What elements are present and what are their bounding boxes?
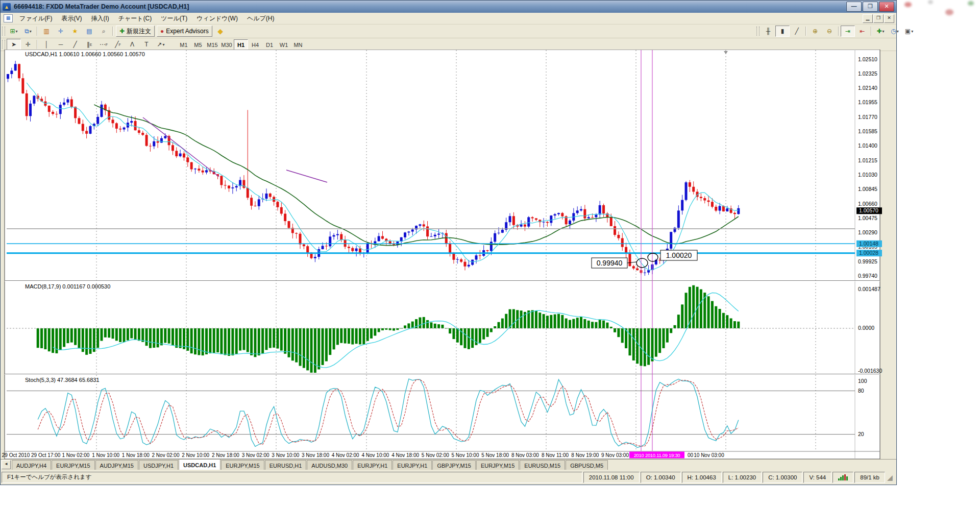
timeframe-d1[interactable]: D1	[262, 39, 277, 50]
symbol-tab-eurusd-h1[interactable]: EURUSD,H1	[265, 460, 307, 470]
timeframe-m5[interactable]: M5	[191, 39, 205, 50]
title-bar[interactable]: ▲ 66694418: FXDD MetaTrader Demo Account…	[1, 1, 896, 13]
market-watch-icon: ▥	[43, 28, 49, 34]
crosshair-tool-button[interactable]: ✛	[21, 39, 35, 50]
screenshot-artifact	[968, 1, 974, 6]
profiles-icon: ⧉	[24, 28, 29, 34]
time-axis-label: 4 Nov 02:00	[332, 452, 359, 458]
current-price-label: 1.00570	[859, 207, 878, 213]
market-watch-button[interactable]: ▥	[39, 26, 54, 37]
maximize-button[interactable]: ❐	[863, 2, 878, 12]
toolbar-handle[interactable]	[2, 27, 5, 36]
toolbar-handle[interactable]	[756, 27, 760, 36]
price-axis-label: 1.02140	[858, 85, 877, 91]
line-chart-mode-button[interactable]: ╱	[790, 26, 804, 37]
bar-chart-mode-button[interactable]: ╫	[761, 26, 775, 37]
child-close-button[interactable]: ✕	[884, 14, 894, 23]
periods-button[interactable]: ◷▾	[888, 26, 902, 37]
timeframe-m1[interactable]: M1	[177, 39, 191, 50]
zoom-in-button[interactable]: ⊕	[808, 26, 822, 37]
macd-label: MACD(8,17,9) 0.001167 0.000530	[25, 283, 110, 290]
symbol-tab-eurjpy-m15[interactable]: EURJPY,M15	[52, 460, 94, 470]
text-tool-button[interactable]: T	[139, 39, 154, 50]
trendline-tool-button[interactable]: ╱	[68, 39, 82, 50]
channel-tool-button[interactable]: ∥E	[82, 39, 96, 50]
symbol-tab-eurjpy-h1[interactable]: EURJPY,H1	[393, 460, 432, 470]
timeframe-m15[interactable]: M15	[205, 39, 219, 50]
menu-chart[interactable]: チャート(C)	[114, 13, 157, 24]
symbol-tab-usdjpy-h1[interactable]: USDJPY,H1	[139, 460, 178, 470]
child-restore-button[interactable]: ❐	[873, 14, 884, 23]
symbol-tab-gbpusd-m5[interactable]: GBPUSD,M5	[566, 460, 608, 470]
price-axis-label: 1.01585	[858, 128, 877, 134]
chevron-down-icon: ▾	[16, 29, 18, 34]
zoom-in-icon: ⊕	[813, 28, 818, 34]
fibonacci-tool-button[interactable]: ⋯F	[96, 39, 111, 50]
child-minimize-button[interactable]: ▁	[863, 14, 873, 23]
close-button[interactable]: ✕	[879, 2, 894, 12]
chart-window-icon[interactable]: ▦	[4, 14, 13, 22]
zoom-out-button[interactable]: ⊖	[822, 26, 837, 37]
symbol-tab-audjpy-m15[interactable]: AUDJPY,M15	[95, 460, 138, 470]
price-axis-label: 1.00290	[858, 229, 877, 235]
crosshair-icon: ✛	[58, 28, 63, 34]
profiles-button[interactable]: ⧉▾	[21, 26, 35, 37]
menu-view[interactable]: 表示(V)	[57, 13, 86, 24]
symbol-tab-audjpy-h4[interactable]: AUDJPY,H4	[12, 460, 51, 470]
timeframe-mn[interactable]: MN	[291, 39, 305, 50]
menu-insert[interactable]: 挿入(I)	[86, 13, 113, 24]
time-axis-label: 00	[688, 452, 694, 458]
chart-area[interactable]: 0.999401.00020USDCAD,H1 1.00610 1.00660 …	[1, 50, 897, 459]
time-axis-label: 9 Nov 03:00	[601, 452, 629, 458]
menu-window[interactable]: ウィンドウ(W)	[192, 13, 242, 24]
alert-button[interactable]: ◆	[213, 26, 228, 37]
new-order-button[interactable]: ✚ 新規注文	[116, 26, 155, 37]
time-axis-label: 3 Nov 02:00	[242, 452, 270, 458]
terminal-button[interactable]: ⌕	[96, 26, 111, 37]
new-chart-button[interactable]: ⊞▾	[7, 26, 21, 37]
price-axis-label: 1.01770	[858, 114, 877, 120]
symbol-tab-audusd-m30[interactable]: AUDUSD,M30	[307, 460, 352, 470]
tab-scroll-left-button[interactable]: ◄	[2, 460, 11, 469]
macd-axis-label: -0.001630	[858, 368, 882, 374]
timeframe-h4[interactable]: H4	[248, 39, 262, 50]
price-axis-label: 1.00845	[858, 186, 877, 192]
symbol-tab-eurusd-m15[interactable]: EURUSD,M15	[520, 460, 565, 470]
timeframe-m30[interactable]: M30	[219, 39, 234, 50]
expert-advisors-button[interactable]: ● Expert Advisors	[157, 26, 212, 37]
symbol-tab-eurjpy-m15[interactable]: EURJPY,M15	[221, 460, 264, 470]
indicators-button[interactable]: ✚▾	[873, 26, 888, 37]
annotation-high-label: 1.00020	[666, 251, 692, 259]
timeframe-h1[interactable]: H1	[234, 39, 248, 50]
symbol-tab-eurjpy-m15[interactable]: EURJPY,M15	[476, 460, 519, 470]
symbol-tab-eurjpy-h1[interactable]: EURJPY,H1	[353, 460, 392, 470]
symbol-tab-gbpjpy-m15[interactable]: GBPJPY,M15	[432, 460, 475, 470]
cursor-icon: ➤	[11, 41, 16, 47]
symbol-tab-usdcad-h1[interactable]: USDCAD,H1	[179, 459, 220, 470]
annotation-low-label: 0.99940	[597, 259, 623, 267]
toolbar-handle[interactable]	[2, 40, 5, 49]
pitchfork-tool-button[interactable]: Λ	[125, 39, 139, 50]
auto-scroll-button[interactable]: ⇥	[841, 26, 855, 37]
menu-tools[interactable]: ツール(T)	[156, 13, 192, 24]
data-window-button[interactable]: ✛	[54, 26, 68, 37]
cursor-tool-button[interactable]: ➤	[7, 39, 21, 50]
timeframe-w1[interactable]: W1	[277, 39, 291, 50]
horizontal-line-tool-button[interactable]: ─	[54, 39, 68, 50]
resize-grip[interactable]: ◢	[887, 473, 895, 481]
candlestick-mode-button[interactable]: ▮	[775, 26, 790, 37]
crosshair-icon: ✛	[26, 41, 31, 47]
fibonacci-fan-tool-button[interactable]: ╱F	[111, 39, 125, 50]
chart-background[interactable]	[5, 50, 880, 459]
templates-button[interactable]: ▣▾	[902, 26, 916, 37]
time-axis-label: 3 Nov 10:00	[272, 452, 299, 458]
menu-help[interactable]: ヘルプ(H)	[242, 13, 279, 24]
navigator-button[interactable]: ▤	[82, 26, 96, 37]
favorites-button[interactable]: ★	[68, 26, 82, 37]
chart-shift-button[interactable]: ⇤	[855, 26, 869, 37]
price-axis-label: 1.01215	[858, 157, 877, 163]
vertical-line-tool-button[interactable]: │	[39, 39, 54, 50]
minimize-button[interactable]: —	[846, 2, 862, 12]
arrows-tool-button[interactable]: ↗▾	[154, 39, 168, 50]
menu-file[interactable]: ファイル(F)	[15, 13, 57, 24]
